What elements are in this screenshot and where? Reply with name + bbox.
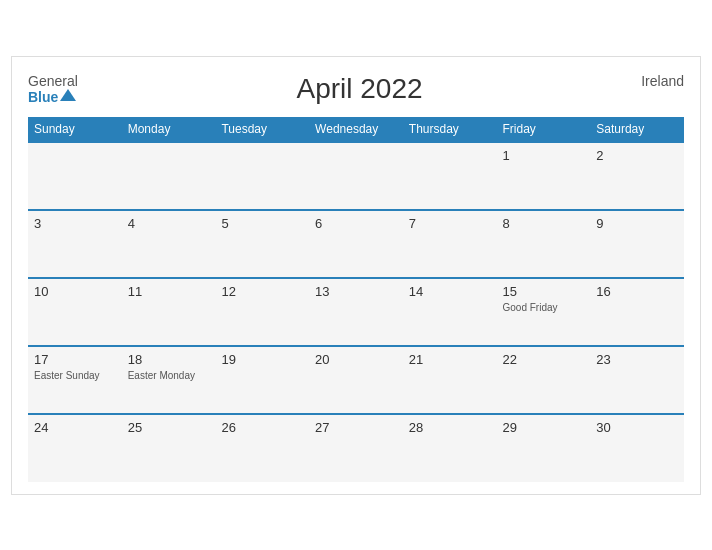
calendar-day-cell: 21 bbox=[403, 346, 497, 414]
calendar-day-cell: 3 bbox=[28, 210, 122, 278]
day-number: 7 bbox=[409, 216, 491, 231]
holiday-name: Good Friday bbox=[503, 302, 585, 313]
day-number: 20 bbox=[315, 352, 397, 367]
weekday-header: Saturday bbox=[590, 117, 684, 142]
calendar-day-cell: 11 bbox=[122, 278, 216, 346]
logo-triangle-icon bbox=[60, 89, 76, 101]
calendar-day-cell: 9 bbox=[590, 210, 684, 278]
day-number: 29 bbox=[503, 420, 585, 435]
holiday-name: Easter Sunday bbox=[34, 370, 116, 381]
day-number: 17 bbox=[34, 352, 116, 367]
calendar-day-cell: 27 bbox=[309, 414, 403, 482]
logo-blue-text: Blue bbox=[28, 89, 58, 105]
calendar-day-cell: 6 bbox=[309, 210, 403, 278]
day-number: 13 bbox=[315, 284, 397, 299]
day-number: 30 bbox=[596, 420, 678, 435]
calendar-day-cell: 4 bbox=[122, 210, 216, 278]
country-label: Ireland bbox=[641, 73, 684, 89]
day-number: 19 bbox=[221, 352, 303, 367]
calendar-week-row: 24252627282930 bbox=[28, 414, 684, 482]
calendar-day-cell bbox=[403, 142, 497, 210]
calendar-day-cell bbox=[28, 142, 122, 210]
calendar-day-cell: 23 bbox=[590, 346, 684, 414]
calendar-day-cell: 24 bbox=[28, 414, 122, 482]
calendar-header: General Blue April 2022 Ireland bbox=[28, 73, 684, 105]
calendar-day-cell: 28 bbox=[403, 414, 497, 482]
calendar-day-cell: 17Easter Sunday bbox=[28, 346, 122, 414]
day-number: 25 bbox=[128, 420, 210, 435]
day-number: 11 bbox=[128, 284, 210, 299]
calendar-week-row: 3456789 bbox=[28, 210, 684, 278]
calendar-container: General Blue April 2022 Ireland SundayMo… bbox=[11, 56, 701, 495]
day-number: 28 bbox=[409, 420, 491, 435]
calendar-day-cell: 15Good Friday bbox=[497, 278, 591, 346]
weekday-header: Thursday bbox=[403, 117, 497, 142]
day-number: 3 bbox=[34, 216, 116, 231]
logo: General Blue bbox=[28, 73, 78, 105]
day-number: 14 bbox=[409, 284, 491, 299]
day-number: 27 bbox=[315, 420, 397, 435]
calendar-day-cell: 8 bbox=[497, 210, 591, 278]
calendar-day-cell: 29 bbox=[497, 414, 591, 482]
day-number: 2 bbox=[596, 148, 678, 163]
calendar-day-cell: 7 bbox=[403, 210, 497, 278]
calendar-day-cell: 14 bbox=[403, 278, 497, 346]
weekday-header-row: SundayMondayTuesdayWednesdayThursdayFrid… bbox=[28, 117, 684, 142]
day-number: 15 bbox=[503, 284, 585, 299]
holiday-name: Easter Monday bbox=[128, 370, 210, 381]
calendar-day-cell bbox=[215, 142, 309, 210]
calendar-day-cell: 12 bbox=[215, 278, 309, 346]
calendar-day-cell: 5 bbox=[215, 210, 309, 278]
day-number: 26 bbox=[221, 420, 303, 435]
day-number: 9 bbox=[596, 216, 678, 231]
day-number: 6 bbox=[315, 216, 397, 231]
calendar-day-cell: 2 bbox=[590, 142, 684, 210]
day-number: 18 bbox=[128, 352, 210, 367]
day-number: 21 bbox=[409, 352, 491, 367]
calendar-day-cell: 13 bbox=[309, 278, 403, 346]
day-number: 1 bbox=[503, 148, 585, 163]
day-number: 24 bbox=[34, 420, 116, 435]
calendar-day-cell: 10 bbox=[28, 278, 122, 346]
calendar-day-cell: 22 bbox=[497, 346, 591, 414]
day-number: 16 bbox=[596, 284, 678, 299]
weekday-header: Tuesday bbox=[215, 117, 309, 142]
calendar-day-cell: 30 bbox=[590, 414, 684, 482]
day-number: 22 bbox=[503, 352, 585, 367]
calendar-day-cell: 26 bbox=[215, 414, 309, 482]
calendar-day-cell: 19 bbox=[215, 346, 309, 414]
weekday-header: Friday bbox=[497, 117, 591, 142]
calendar-day-cell bbox=[309, 142, 403, 210]
calendar-day-cell: 20 bbox=[309, 346, 403, 414]
weekday-header: Wednesday bbox=[309, 117, 403, 142]
calendar-table: SundayMondayTuesdayWednesdayThursdayFrid… bbox=[28, 117, 684, 482]
calendar-day-cell: 18Easter Monday bbox=[122, 346, 216, 414]
weekday-header: Sunday bbox=[28, 117, 122, 142]
day-number: 4 bbox=[128, 216, 210, 231]
day-number: 23 bbox=[596, 352, 678, 367]
month-title: April 2022 bbox=[78, 73, 641, 105]
calendar-day-cell bbox=[122, 142, 216, 210]
day-number: 12 bbox=[221, 284, 303, 299]
weekday-header: Monday bbox=[122, 117, 216, 142]
day-number: 10 bbox=[34, 284, 116, 299]
calendar-week-row: 101112131415Good Friday16 bbox=[28, 278, 684, 346]
calendar-day-cell: 1 bbox=[497, 142, 591, 210]
calendar-day-cell: 16 bbox=[590, 278, 684, 346]
calendar-week-row: 17Easter Sunday18Easter Monday1920212223 bbox=[28, 346, 684, 414]
logo-general-text: General bbox=[28, 73, 78, 89]
day-number: 5 bbox=[221, 216, 303, 231]
calendar-week-row: 12 bbox=[28, 142, 684, 210]
day-number: 8 bbox=[503, 216, 585, 231]
calendar-day-cell: 25 bbox=[122, 414, 216, 482]
